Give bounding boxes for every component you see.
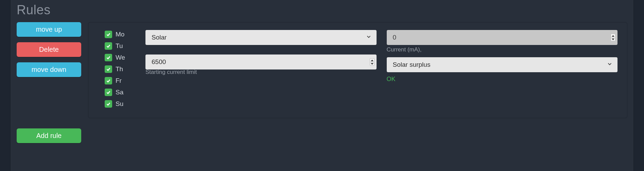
spinner-down-button[interactable]: [370, 62, 375, 66]
spinner-up-button[interactable]: [370, 58, 375, 62]
start-current-value: 6500: [152, 58, 166, 66]
day-we-checkbox[interactable]: [105, 54, 112, 61]
day-th: Th: [105, 65, 135, 73]
spinner-down-button[interactable]: [611, 37, 615, 41]
day-label: Tu: [116, 42, 123, 50]
chevron-down-icon: [607, 61, 613, 69]
rule-actions: move up Delete move down: [17, 22, 81, 77]
svg-marker-2: [612, 35, 614, 37]
source-select-value: Solar surplus: [393, 61, 431, 68]
day-label: Mo: [116, 31, 124, 38]
svg-marker-3: [612, 38, 614, 40]
current-input[interactable]: 0: [387, 30, 618, 45]
day-we: We: [105, 54, 135, 61]
page-title: Rules: [17, 3, 627, 17]
number-spinner: [370, 58, 375, 66]
move-up-button[interactable]: move up: [17, 22, 81, 37]
svg-marker-0: [371, 60, 373, 61]
add-rule-button[interactable]: Add rule: [17, 128, 81, 143]
day-label: Sa: [116, 89, 123, 96]
day-fr-checkbox[interactable]: [105, 77, 112, 84]
day-su: Su: [105, 100, 135, 108]
day-mo-checkbox[interactable]: [105, 31, 112, 38]
rule-panel: Mo Tu We Th: [88, 22, 627, 118]
status-badge: OK: [387, 76, 618, 83]
day-su-checkbox[interactable]: [105, 100, 112, 108]
days-list: Mo Tu We Th: [105, 30, 135, 108]
mode-select[interactable]: Solar: [145, 30, 377, 45]
current-label: Current (mA),: [387, 46, 618, 53]
day-sa-checkbox[interactable]: [105, 89, 112, 96]
day-label: Th: [116, 65, 123, 73]
day-label: We: [116, 54, 125, 61]
chevron-down-icon: [366, 34, 372, 42]
day-mo: Mo: [105, 31, 135, 38]
day-th-checkbox[interactable]: [105, 65, 112, 73]
day-sa: Sa: [105, 89, 135, 96]
mode-select-value: Solar: [152, 34, 167, 41]
day-fr: Fr: [105, 77, 135, 84]
number-spinner: [611, 34, 615, 41]
svg-marker-1: [371, 63, 373, 65]
day-label: Fr: [116, 77, 122, 84]
start-current-input[interactable]: 6500: [145, 55, 377, 69]
current-value: 0: [393, 34, 397, 41]
start-current-label: Starting current limit: [145, 69, 377, 76]
day-tu: Tu: [105, 42, 135, 50]
move-down-button[interactable]: move down: [17, 62, 81, 77]
day-tu-checkbox[interactable]: [105, 42, 112, 50]
delete-button[interactable]: Delete: [17, 42, 81, 57]
day-label: Su: [116, 100, 123, 108]
spinner-up-button[interactable]: [611, 34, 615, 37]
source-select[interactable]: Solar surplus: [387, 57, 618, 72]
